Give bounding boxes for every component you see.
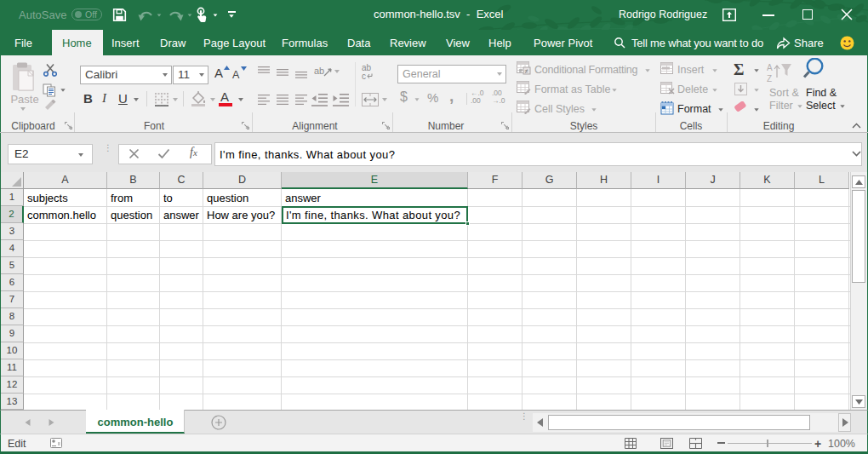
svg-text:A: A <box>767 63 773 72</box>
svg-text:ab: ab <box>314 66 324 76</box>
svg-text:≠: ≠ <box>525 67 528 75</box>
svg-text:c: c <box>362 72 366 80</box>
svg-text:Z: Z <box>767 74 772 83</box>
